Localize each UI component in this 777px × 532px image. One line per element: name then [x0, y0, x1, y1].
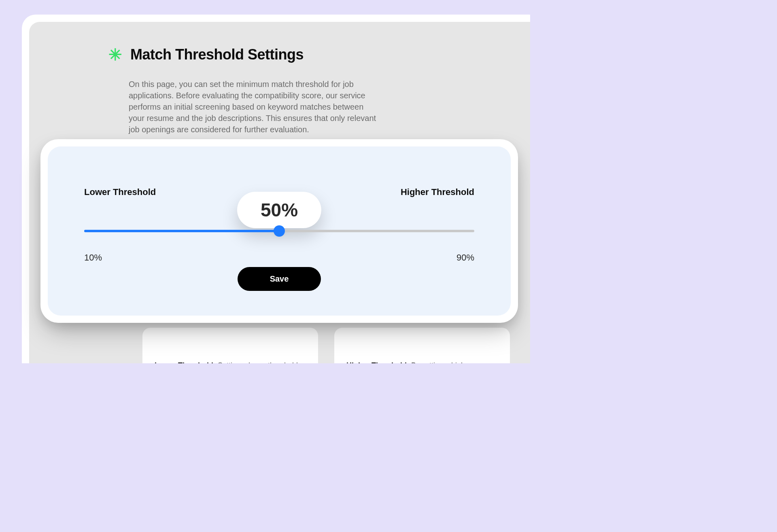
title-row: ✳ Match Threshold Settings: [108, 46, 384, 63]
slider-handle[interactable]: [274, 225, 285, 237]
save-button[interactable]: Save: [238, 267, 321, 291]
page-title: Match Threshold Settings: [130, 46, 304, 63]
higher-threshold-label: Higher Threshold: [401, 187, 474, 197]
asterisk-icon: ✳: [108, 47, 122, 63]
slider-max-label: 90%: [456, 252, 474, 263]
info-card-lower: Lower Threshold: Setting a lower thresho…: [142, 328, 318, 363]
info-card-higher: Higher Threshold: By setting a higher th…: [334, 328, 510, 363]
threshold-card-inner: Lower Threshold Higher Threshold 50% 10%…: [48, 146, 511, 316]
info-card-lower-label: Lower Threshold:: [155, 361, 216, 363]
threshold-card: Lower Threshold Higher Threshold 50% 10%…: [40, 139, 518, 323]
slider-min-max: 10% 90%: [84, 252, 474, 263]
info-cards: Lower Threshold: Setting a lower thresho…: [142, 328, 510, 363]
slider-min-label: 10%: [84, 252, 102, 263]
page-description: On this page, you can set the minimum ma…: [129, 78, 380, 135]
slider-track-fill: [84, 230, 279, 232]
slider-value-bubble: 50%: [237, 192, 321, 228]
header-block: ✳ Match Threshold Settings On this page,…: [108, 46, 384, 135]
info-card-higher-label: Higher Threshold:: [346, 361, 409, 363]
lower-threshold-label: Lower Threshold: [84, 187, 156, 197]
threshold-slider[interactable]: 50%: [84, 227, 474, 251]
